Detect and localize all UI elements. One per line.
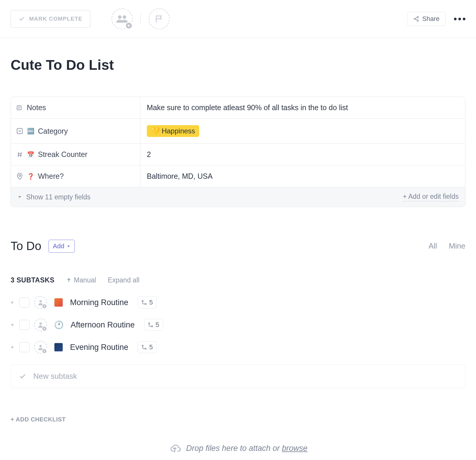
assign-button[interactable]: +: [34, 318, 47, 331]
assign-button[interactable]: +: [34, 296, 47, 309]
task-name[interactable]: Morning Routine: [70, 298, 128, 307]
subtask-count-badge[interactable]: 5: [138, 341, 157, 353]
svg-point-31: [142, 345, 143, 346]
field-notes[interactable]: Notes Make sure to complete atleast 90% …: [11, 97, 465, 119]
task-name[interactable]: Afternoon Routine: [71, 320, 135, 330]
category-value-cell[interactable]: 💛 Happiness: [140, 119, 465, 143]
fields-panel: Notes Make sure to complete atleast 90% …: [11, 97, 465, 207]
view-mine-tab[interactable]: Mine: [449, 241, 465, 251]
add-edit-fields-button[interactable]: + Add or edit fields: [403, 193, 459, 201]
browse-link[interactable]: browse: [282, 444, 307, 453]
view-toggle: All Mine: [429, 241, 465, 251]
svg-marker-19: [67, 246, 70, 247]
arrow-up-icon: [66, 278, 71, 283]
chevron-down-icon: [17, 195, 22, 199]
expand-all-button[interactable]: Expand all: [108, 276, 139, 284]
field-category[interactable]: 🔤 Category 💛 Happiness: [11, 119, 465, 144]
plus-badge-icon: +: [42, 326, 47, 331]
field-label: ❓ Where?: [11, 166, 140, 187]
streak-emoji: 📅: [27, 151, 34, 158]
task-checkbox[interactable]: [19, 342, 29, 352]
task-row: + Morning Routine 5: [11, 296, 465, 309]
field-label: 📅 Streak Counter: [11, 144, 140, 165]
svg-point-23: [142, 300, 143, 302]
svg-point-28: [151, 326, 152, 327]
subtask-controls: 3 SUBTASKS Manual Expand all: [11, 276, 465, 284]
notes-value[interactable]: Make sure to complete atleast 90% of all…: [140, 97, 465, 118]
task-list: + Morning Routine 5 + 🕐 Afternoon Routin…: [11, 296, 465, 354]
subtask-count: 3 SUBTASKS: [11, 276, 54, 284]
plus-badge-icon: +: [42, 348, 47, 354]
mark-complete-button[interactable]: MARK COMPLETE: [11, 10, 90, 28]
drop-text: Drop files here to attach or browse: [186, 444, 308, 453]
where-label-text: Where?: [38, 172, 64, 181]
svg-point-22: [39, 300, 42, 302]
plus-badge-icon: +: [125, 22, 133, 29]
notes-label-text: Notes: [27, 103, 46, 112]
streak-value[interactable]: 2: [140, 144, 465, 165]
svg-rect-12: [17, 128, 22, 134]
svg-line-15: [18, 152, 19, 157]
assign-button[interactable]: +: [34, 341, 47, 354]
people-icon: [116, 14, 129, 23]
subtask-number: 5: [149, 343, 153, 351]
show-empty-label: Show 11 empty fields: [26, 193, 91, 201]
svg-line-6: [415, 19, 417, 20]
svg-marker-25: [12, 323, 14, 326]
field-streak[interactable]: 📅 Streak Counter 2: [11, 144, 465, 166]
category-emoji: 🔤: [27, 127, 34, 135]
add-task-button[interactable]: Add: [49, 240, 75, 253]
svg-point-32: [145, 348, 146, 349]
sort-manual-button[interactable]: Manual: [66, 276, 96, 284]
task-checkbox[interactable]: [19, 320, 29, 330]
page-title: Cute To Do List: [11, 57, 465, 73]
new-subtask-input[interactable]: New subtask: [11, 364, 465, 388]
assign-people-button[interactable]: +: [111, 8, 133, 29]
task-emoji: [54, 298, 63, 307]
check-icon: [19, 16, 25, 22]
share-label: Share: [422, 15, 440, 23]
subtask-count-badge[interactable]: 5: [144, 319, 163, 331]
task-checkbox[interactable]: [19, 297, 29, 307]
manual-label: Manual: [74, 276, 96, 284]
where-emoji: ❓: [27, 173, 34, 180]
svg-point-4: [417, 20, 419, 21]
expand-caret-icon[interactable]: [11, 323, 15, 327]
add-checklist-button[interactable]: + ADD CHECKLIST: [11, 416, 465, 423]
flag-icon: [155, 14, 164, 24]
task-name[interactable]: Evening Routine: [70, 343, 128, 352]
subtask-count-badge[interactable]: 5: [138, 297, 157, 308]
svg-marker-29: [12, 346, 14, 348]
expand-caret-icon[interactable]: [11, 300, 15, 305]
subtask-number: 5: [149, 299, 153, 306]
svg-point-1: [123, 15, 126, 19]
top-toolbar: MARK COMPLETE + Share: [0, 0, 476, 38]
expand-caret-icon[interactable]: [11, 345, 15, 349]
category-tag[interactable]: 💛 Happiness: [147, 125, 199, 137]
task-emoji: 🕐: [54, 320, 64, 330]
view-all-tab[interactable]: All: [429, 241, 437, 251]
where-value[interactable]: Baltimore, MD, USA: [140, 166, 465, 187]
dot-icon: [458, 18, 461, 20]
location-icon: [16, 173, 23, 180]
fields-footer: Show 11 empty fields + Add or edit field…: [11, 187, 465, 207]
check-icon: [19, 373, 26, 380]
more-menu-button[interactable]: [454, 18, 465, 20]
svg-point-24: [145, 303, 146, 305]
field-where[interactable]: ❓ Where? Baltimore, MD, USA: [11, 166, 465, 187]
flag-button[interactable]: [149, 8, 170, 29]
share-button[interactable]: Share: [407, 12, 446, 26]
dot-icon: [463, 18, 465, 20]
caret-down-icon: [67, 244, 70, 248]
svg-marker-21: [12, 301, 14, 304]
file-drop-zone[interactable]: Drop files here to attach or browse: [11, 435, 465, 460]
plus-badge-icon: +: [42, 304, 47, 309]
svg-point-17: [19, 175, 21, 176]
show-empty-fields-button[interactable]: Show 11 empty fields: [17, 193, 91, 201]
svg-point-26: [39, 322, 42, 325]
field-label: Notes: [11, 97, 140, 118]
main-content: Cute To Do List Notes Make sure to compl…: [0, 57, 476, 460]
todo-header: To Do Add All Mine: [11, 239, 465, 253]
svg-point-30: [39, 345, 42, 347]
subtask-number: 5: [156, 321, 159, 329]
